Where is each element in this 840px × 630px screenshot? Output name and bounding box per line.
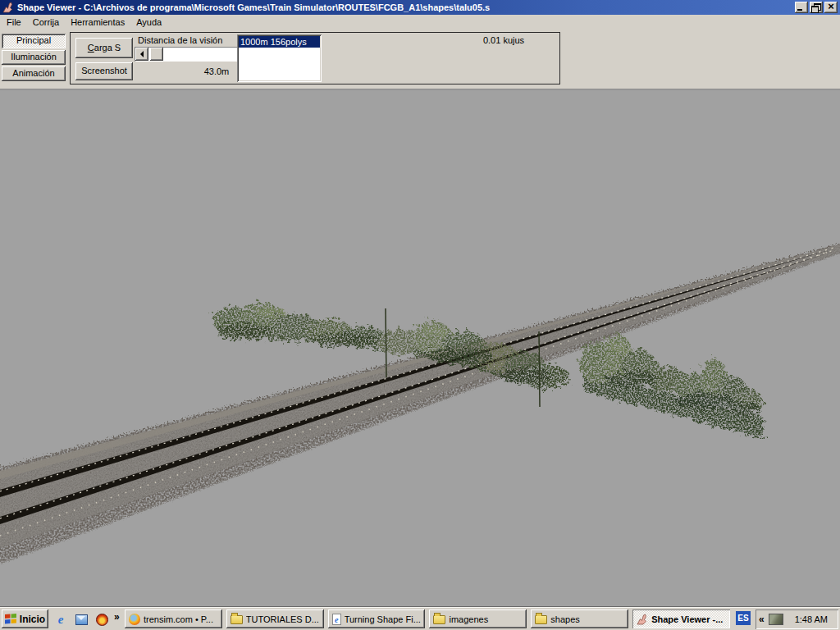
- windows-logo-icon: [5, 614, 17, 624]
- tray-image-icon[interactable]: [769, 614, 783, 625]
- task-turning-shape[interactable]: Turning Shape Fi...: [328, 609, 426, 628]
- title-bar: Shape Viewer - C:\Archivos de programa\M…: [0, 0, 840, 15]
- lod-list-item-selected[interactable]: 1000m 156polys: [239, 36, 320, 48]
- lod-listbox[interactable]: 1000m 156polys: [237, 34, 322, 82]
- quick-launch-opera[interactable]: [94, 611, 110, 628]
- tab-principal[interactable]: Principal: [2, 34, 66, 48]
- minimize-icon[interactable]: [795, 2, 808, 13]
- shape-preview-viewport[interactable]: [0, 89, 840, 607]
- slider-left-arrow-icon[interactable]: [135, 48, 148, 61]
- opera-icon: [96, 614, 108, 626]
- tab-iluminacion[interactable]: Iluminación: [2, 50, 66, 65]
- close-icon[interactable]: [824, 2, 838, 13]
- task-tutoriales[interactable]: TUTORIALES D...: [226, 609, 324, 628]
- language-indicator[interactable]: ES: [736, 611, 751, 625]
- load-shape-button[interactable]: Carga S: [75, 38, 133, 58]
- task-imagenes[interactable]: imagenes: [429, 609, 527, 628]
- taskbar: Inicio e » trensim.com • P... TUTORIALES…: [0, 607, 840, 630]
- firefox-icon: [129, 614, 140, 625]
- task-shape-viewer[interactable]: Shape Viewer -...: [632, 609, 730, 628]
- folder-icon: [231, 615, 243, 624]
- menu-ayuda[interactable]: Ayuda: [131, 16, 168, 29]
- menu-file[interactable]: File: [2, 16, 28, 29]
- task-trensim[interactable]: trensim.com • P...: [125, 609, 222, 628]
- main-controls-panel: Carga S Screenshot Distancia de la visió…: [70, 32, 560, 84]
- menu-bar: File Corrija Herramientas Ayuda: [0, 15, 840, 30]
- toolbar: Principal Iluminación Animación Carga S …: [0, 30, 840, 89]
- menu-corrija[interactable]: Corrija: [28, 16, 66, 29]
- shape-viewer-hand-icon: [637, 614, 648, 625]
- quick-launch-overflow-chevron[interactable]: »: [114, 611, 120, 623]
- view-distance-label: Distancia de la visión: [138, 35, 222, 45]
- tab-animacion[interactable]: Animación: [2, 66, 66, 81]
- taskbar-clock: 1:48 AM: [788, 614, 835, 624]
- ie-document-icon: [332, 614, 341, 625]
- start-button[interactable]: Inicio: [2, 609, 48, 628]
- task-button-strip: trensim.com • P... TUTORIALES D... Turni…: [125, 609, 730, 628]
- folder-icon: [535, 615, 547, 624]
- quick-launch-mail[interactable]: [73, 611, 89, 628]
- window-title: Shape Viewer - C:\Archivos de programa\M…: [17, 2, 795, 12]
- restore-icon[interactable]: [810, 2, 823, 13]
- menu-herramientas[interactable]: Herramientas: [66, 16, 131, 29]
- folder-icon: [433, 615, 445, 624]
- shape-preview-canvas: [0, 89, 840, 607]
- mail-icon: [75, 614, 88, 625]
- start-label: Inicio: [20, 614, 45, 625]
- poly-stat: 0.01 kujus: [438, 35, 569, 45]
- screenshot-button[interactable]: Screenshot: [75, 62, 133, 80]
- shape-viewer-hand-icon: [2, 2, 14, 13]
- task-shapes[interactable]: shapes: [531, 609, 628, 628]
- internet-explorer-icon: e: [58, 612, 64, 627]
- quick-launch-internet-explorer[interactable]: e: [52, 611, 69, 628]
- tray-chevron[interactable]: «: [759, 614, 765, 625]
- slider-thumb[interactable]: [150, 48, 163, 61]
- system-tray: « 1:48 AM: [756, 609, 838, 629]
